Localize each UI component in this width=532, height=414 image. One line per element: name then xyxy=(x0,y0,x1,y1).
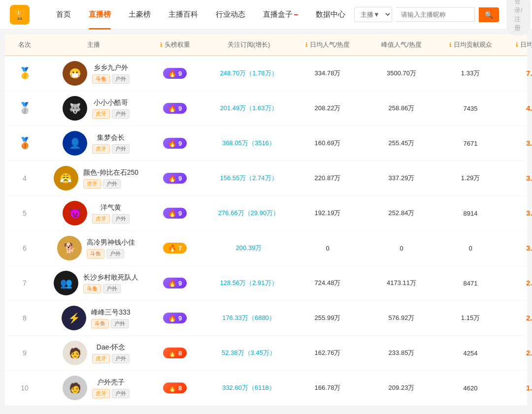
streamer-name[interactable]: 峰峰三号333 xyxy=(91,308,130,317)
col-daily-real: ℹ日均贡献观众 xyxy=(438,40,502,49)
platform-tag: 虎牙 xyxy=(92,354,110,363)
silver-medal-icon: 🥈 xyxy=(18,102,32,115)
nav-industry[interactable]: 行业动态 xyxy=(207,0,254,30)
avatar: 🐺 xyxy=(63,96,87,121)
platform-tag: 斗鱼 xyxy=(87,249,104,258)
search-area: 主播▼ 🔍 xyxy=(354,7,499,22)
table-row[interactable]: 🥇 😷 乡乡九户外 斗鱼 户外 🔥 9 248.70万（1.78万） 334.7… xyxy=(5,56,527,91)
col-daily-pop: ℹ日均人气/热度 xyxy=(291,40,365,49)
daily-pop-cell: 334.78万 xyxy=(291,69,365,78)
table-row[interactable]: 5 😈 洋气黄 虎牙 户外 🔥 9 276.66万（29.90万） 192.19… xyxy=(5,196,527,231)
rank-number: 6 xyxy=(23,244,27,252)
search-button[interactable]: 🔍 xyxy=(479,7,499,22)
platform-tag: 虎牙 xyxy=(92,389,110,398)
daily-real-cell: 1.33万 xyxy=(438,69,502,78)
avatar: 😈 xyxy=(63,201,87,225)
daily-pop-info-icon: ℹ xyxy=(305,41,308,48)
streamer-name[interactable]: 颜色-帅比在石250 xyxy=(83,168,138,177)
daily-real-cell: 8471 xyxy=(438,280,502,287)
platform-tag: 虎牙 xyxy=(92,214,110,223)
daily-active-cell: 1.80万 xyxy=(502,383,532,393)
streamer-tags: 虎牙 户外 xyxy=(92,144,130,154)
daily-pop-cell: 0 xyxy=(291,245,365,252)
streamer-tags: 斗鱼 户外 xyxy=(91,319,130,328)
category-tag: 户外 xyxy=(111,319,129,328)
daily-pop-cell: 166.78万 xyxy=(291,383,365,392)
nav-home[interactable]: 首页 xyxy=(47,0,80,30)
table-row[interactable]: 10 🧑 户外壳子 虎牙 户外 🔥 8 332.60万（6118） 166.78… xyxy=(5,371,527,406)
streamer-cell: 🧑 Dae-怀念 虎牙 户外 xyxy=(44,341,143,365)
streamer-name[interactable]: 乡乡九户外 xyxy=(92,64,130,72)
nav-streamer-wiki[interactable]: 主播百科 xyxy=(160,0,207,30)
user-area[interactable]: 登录/注册 xyxy=(506,0,531,35)
streamer-name[interactable]: Dae-怀念 xyxy=(92,343,130,352)
streamer-info: 高冷男神钱小佳 斗鱼 户外 xyxy=(87,238,135,258)
peak-pop-cell: 3500.70万 xyxy=(365,69,438,78)
streamer-name[interactable]: 洋气黄 xyxy=(92,203,130,212)
streamer-cell: 👥 长沙乡村敢死队人 斗鱼 户外 xyxy=(44,271,143,295)
streamer-name[interactable]: 集梦会长 xyxy=(92,133,130,142)
daily-active-cell: 3.09万 xyxy=(502,244,532,253)
rank-cell: 4 xyxy=(5,174,44,182)
weight-info-icon: ℹ xyxy=(160,41,163,48)
col-weight: ℹ头榜权重 xyxy=(143,40,207,49)
streamer-name[interactable]: 长沙乡村敢死队人 xyxy=(83,273,138,282)
streamer-tags: 斗鱼 户外 xyxy=(83,284,138,293)
nav-live-box[interactable]: 直播盒子 xyxy=(254,0,307,30)
category-tag: 户外 xyxy=(103,284,121,293)
table-row[interactable]: 6 🐕 高冷男神钱小佳 斗鱼 户外 🔥 7 200.39万 0 0 0 3.09… xyxy=(5,231,527,266)
weight-value: 8 xyxy=(178,350,182,357)
table-row[interactable]: 🥉 👤 集梦会长 虎牙 户外 🔥 9 368.05万（3516） 160.69万… xyxy=(5,126,527,161)
table-row[interactable]: 4 😤 颜色-帅比在石250 虎牙 户外 🔥 9 156.55万（2.74万） … xyxy=(5,161,527,196)
table-row[interactable]: 9 🧑 Dae-怀念 虎牙 户外 🔥 8 52.38万（3.45万） 162.7… xyxy=(5,336,527,371)
peak-pop-cell: 252.84万 xyxy=(365,209,438,218)
table-row[interactable]: 8 ⚡ 峰峰三号333 斗鱼 户外 🔥 9 176.33万（6880） 255.… xyxy=(5,301,527,336)
weight-cell: 🔥 9 xyxy=(143,138,207,149)
nav-live-rank[interactable]: 直播榜 xyxy=(80,0,120,30)
streamer-info: 长沙乡村敢死队人 斗鱼 户外 xyxy=(83,273,138,293)
streamer-name[interactable]: 小小小酷哥 xyxy=(92,98,130,107)
table-row[interactable]: 7 👥 长沙乡村敢死队人 斗鱼 户外 🔥 9 128.56万（2.91万） 72… xyxy=(5,266,527,301)
rank-cell: 🥉 xyxy=(5,137,44,150)
weight-badge: 🔥 8 xyxy=(163,382,187,393)
weight-value: 9 xyxy=(178,140,182,147)
nav-data-center[interactable]: 数据中心 xyxy=(307,0,354,30)
daily-real-cell: 7671 xyxy=(438,140,502,147)
flame-icon: 🔥 xyxy=(168,314,176,322)
daily-active-cell: 2.35万 xyxy=(502,279,532,288)
category-tag: 户外 xyxy=(112,109,130,119)
search-input[interactable] xyxy=(396,7,475,22)
streamer-tags: 虎牙 户外 xyxy=(92,109,130,119)
daily-active-cell: 2.25万 xyxy=(502,349,532,358)
col-streamer: 主播 xyxy=(44,40,143,49)
weight-badge: 🔥 9 xyxy=(163,138,187,149)
gold-medal-icon: 🥇 xyxy=(18,67,32,80)
search-type-select[interactable]: 主播▼ xyxy=(354,7,392,22)
streamer-tags: 斗鱼 户外 xyxy=(92,74,130,84)
category-tag: 户外 xyxy=(112,214,130,223)
flame-icon: 🔥 xyxy=(168,244,176,252)
weight-cell: 🔥 9 xyxy=(143,68,207,79)
streamer-cell: 😤 颜色-帅比在石250 虎牙 户外 xyxy=(44,166,143,191)
streamer-cell: 😷 乡乡九户外 斗鱼 户外 xyxy=(44,61,143,86)
weight-badge: 🔥 9 xyxy=(163,278,187,288)
avatar: 😷 xyxy=(63,61,87,86)
streamer-name[interactable]: 高冷男神钱小佳 xyxy=(87,238,135,247)
streamer-info: 颜色-帅比在石250 虎牙 户外 xyxy=(83,168,138,189)
header: 🏆 首页 直播榜 土豪榜 主播百科 行业动态 直播盒子 数据中心 主播▼ 🔍 登… xyxy=(0,0,532,30)
weight-value: 9 xyxy=(178,210,182,217)
flame-icon: 🔥 xyxy=(168,104,176,112)
main-nav: 首页 直播榜 土豪榜 主播百科 行业动态 直播盒子 数据中心 xyxy=(47,0,354,30)
weight-cell: 🔥 8 xyxy=(143,348,207,358)
weight-cell: 🔥 7 xyxy=(143,243,207,254)
flame-icon: 🔥 xyxy=(168,139,176,147)
peak-pop-cell: 258.86万 xyxy=(365,104,438,113)
weight-value: 9 xyxy=(178,105,182,112)
weight-value: 9 xyxy=(178,280,182,287)
follow-cell: 156.55万（2.74万） xyxy=(207,174,291,183)
table-row[interactable]: 🥈 🐺 小小小酷哥 虎牙 户外 🔥 9 201.49万（1.63万） 208.2… xyxy=(5,91,527,126)
bronze-medal-icon: 🥉 xyxy=(18,137,32,150)
streamer-name[interactable]: 户外壳子 xyxy=(92,378,130,387)
nav-rich-rank[interactable]: 土豪榜 xyxy=(120,0,160,30)
streamer-tags: 虎牙 户外 xyxy=(83,179,138,189)
